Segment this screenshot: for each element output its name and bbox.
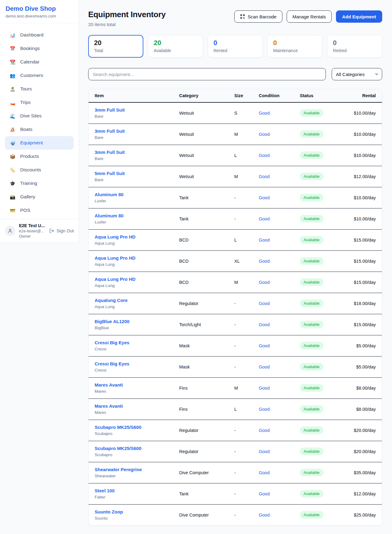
sidebar-item-discounts[interactable]: 🏷️ Discounts: [5, 163, 74, 177]
sidebar-item-training[interactable]: 🎓 Training: [5, 177, 74, 190]
logout-icon: [49, 228, 54, 233]
item-condition-link[interactable]: Good: [259, 470, 270, 475]
item-condition-link[interactable]: Good: [259, 301, 270, 306]
item-condition-link[interactable]: Good: [259, 513, 270, 517]
sidebar: Demo Dive Shop demo.test.divestreams.com…: [0, 0, 79, 243]
sign-out-button[interactable]: Sign Out: [49, 228, 74, 233]
item-condition-link[interactable]: Good: [259, 174, 270, 179]
scan-barcode-label: Scan Barcode: [248, 14, 277, 19]
search-input[interactable]: [88, 68, 326, 80]
item-condition-link[interactable]: Good: [259, 259, 270, 264]
sidebar-item-pos[interactable]: 💳 POS: [5, 204, 74, 217]
table-row[interactable]: 5mm Full Suit Bare Wetsuit M Good Availa…: [89, 166, 382, 187]
table-row[interactable]: Aluminum 80 Luxfer Tank - Good Available…: [89, 208, 382, 229]
item-name-link[interactable]: Aqua Lung Pro HD: [95, 234, 179, 239]
item-rental: $5.00/day: [352, 335, 382, 356]
item-name-link[interactable]: Cressi Big Eyes: [95, 361, 179, 366]
item-condition-link[interactable]: Good: [259, 449, 270, 454]
scan-barcode-button[interactable]: Scan Barcode: [234, 10, 282, 23]
table-row[interactable]: Aqualung Core Aqua Lung Regulator - Good…: [89, 293, 382, 314]
item-name-link[interactable]: Cressi Big Eyes: [95, 340, 179, 345]
item-rental: $8.00/day: [352, 377, 382, 399]
sidebar-item-products[interactable]: 📦 Products: [5, 150, 74, 163]
sidebar-item-calendar[interactable]: 📆 Calendar: [5, 55, 74, 69]
item-name-link[interactable]: Mares Avanti: [95, 403, 179, 409]
sidebar-item-trips[interactable]: 🚤 Trips: [5, 96, 74, 109]
table-row[interactable]: Shearwater Peregrine Shearwater Dive Com…: [89, 462, 382, 483]
table-row[interactable]: 3mm Full Suit Bare Wetsuit L Good Availa…: [89, 145, 382, 166]
barcode-scan-icon: [240, 14, 245, 19]
table-row[interactable]: Cressi Big Eyes Cressi Mask - Good Avail…: [89, 356, 382, 377]
item-name-link[interactable]: Steel 100: [95, 488, 179, 493]
item-condition-link[interactable]: Good: [259, 428, 270, 433]
table-row[interactable]: Aqua Lung Pro HD Aqua Lung BCD L Good Av…: [89, 229, 382, 250]
sidebar-item-gallery[interactable]: 📸 Gallery: [5, 190, 74, 204]
table-row[interactable]: Aluminum 80 Luxfer Tank - Good Available…: [89, 187, 382, 208]
item-name-link[interactable]: Aqualung Core: [95, 298, 179, 303]
item-brand: Mares: [95, 389, 179, 394]
item-condition-link[interactable]: Good: [259, 322, 270, 327]
manage-rentals-button[interactable]: Manage Rentals: [287, 10, 332, 23]
table-row[interactable]: Mares Avanti Mares Fins L Good Available…: [89, 399, 382, 420]
stat-card-total[interactable]: 20 Total: [88, 35, 143, 58]
item-category: Wetsuit: [179, 124, 234, 145]
stat-card-retired[interactable]: 0 Retired: [327, 35, 382, 58]
stat-value: 0: [213, 39, 257, 47]
sidebar-item-boats[interactable]: ⛵ Boats: [5, 123, 74, 136]
item-condition-link[interactable]: Good: [259, 153, 270, 158]
item-condition-link[interactable]: Good: [259, 280, 270, 285]
table-row[interactable]: Steel 100 Faber Tank - Good Available $1…: [89, 483, 382, 504]
item-brand: Shearwater: [95, 474, 179, 478]
item-condition-link[interactable]: Good: [259, 343, 270, 348]
item-condition-link[interactable]: Good: [259, 238, 270, 242]
item-condition-link[interactable]: Good: [259, 491, 270, 496]
item-name-link[interactable]: Shearwater Peregrine: [95, 467, 179, 472]
item-name-link[interactable]: 5mm Full Suit: [95, 171, 179, 176]
sidebar-item-bookings[interactable]: 📅 Bookings: [5, 42, 74, 55]
item-name-link[interactable]: BigBlue AL1200: [95, 319, 179, 324]
item-size: L: [234, 229, 259, 250]
item-name-link[interactable]: Aluminum 80: [95, 213, 179, 218]
item-name-link[interactable]: Mares Avanti: [95, 382, 179, 387]
item-category: Regulator: [179, 420, 234, 441]
stat-card-available[interactable]: 20 Available: [148, 35, 203, 58]
table-row[interactable]: BigBlue AL1200 BigBlue Torch/Light - Goo…: [89, 314, 382, 335]
item-size: M: [234, 166, 259, 187]
item-name-link[interactable]: 3mm Full Suit: [95, 128, 179, 134]
item-condition-link[interactable]: Good: [259, 195, 270, 200]
item-name-link[interactable]: 3mm Full Suit: [95, 107, 179, 113]
sidebar-item-customers[interactable]: 👥 Customers: [5, 69, 74, 82]
table-row[interactable]: Aqua Lung Pro HD Aqua Lung BCD M Good Av…: [89, 272, 382, 293]
table-row[interactable]: 3mm Full Suit Bare Wetsuit M Good Availa…: [89, 124, 382, 145]
item-condition-link[interactable]: Good: [259, 364, 270, 369]
table-row[interactable]: Scubapro MK25/S600 Scubapro Regulator - …: [89, 441, 382, 462]
item-name-link[interactable]: Aluminum 80: [95, 192, 179, 197]
stat-card-maintenance[interactable]: 0 Maintenance: [267, 35, 322, 58]
item-name-link[interactable]: 3mm Full Suit: [95, 150, 179, 155]
item-condition-link[interactable]: Good: [259, 132, 270, 137]
item-name-link[interactable]: Scubapro MK25/S600: [95, 425, 179, 430]
item-condition-link[interactable]: Good: [259, 407, 270, 412]
stat-card-rented[interactable]: 0 Rented: [208, 35, 263, 58]
table-row[interactable]: 3mm Full Suit Bare Wetsuit S Good Availa…: [89, 102, 382, 124]
table-row[interactable]: Mares Avanti Mares Fins M Good Available…: [89, 377, 382, 399]
item-condition-link[interactable]: Good: [259, 111, 270, 116]
item-condition-link[interactable]: Good: [259, 386, 270, 391]
sidebar-item-equipment[interactable]: 🤿 Equipment: [5, 136, 74, 150]
sidebar-item-dashboard[interactable]: 📊 Dashboard: [5, 28, 74, 42]
table-row[interactable]: Cressi Big Eyes Cressi Mask - Good Avail…: [89, 335, 382, 356]
add-equipment-button[interactable]: Add Equipment: [336, 10, 382, 23]
table-row[interactable]: Aqua Lung Pro HD Aqua Lung BCD XL Good A…: [89, 250, 382, 272]
item-condition-link[interactable]: Good: [259, 216, 270, 221]
item-name-link[interactable]: Scubapro MK25/S600: [95, 446, 179, 451]
category-select[interactable]: All Categories: [332, 68, 382, 80]
table-row[interactable]: Suunto Zoop Suunto Dive Computer - Good …: [89, 504, 382, 525]
item-name-link[interactable]: Suunto Zoop: [95, 509, 179, 514]
column-header-status: Status: [300, 89, 352, 102]
sidebar-item-tours[interactable]: 🏝️ Tours: [5, 82, 74, 96]
item-category: Mask: [179, 335, 234, 356]
item-name-link[interactable]: Aqua Lung Pro HD: [95, 277, 179, 282]
table-row[interactable]: Scubapro MK25/S600 Scubapro Regulator - …: [89, 420, 382, 441]
item-name-link[interactable]: Aqua Lung Pro HD: [95, 255, 179, 261]
sidebar-item-dive-sites[interactable]: 🌊 Dive Sites: [5, 109, 74, 123]
